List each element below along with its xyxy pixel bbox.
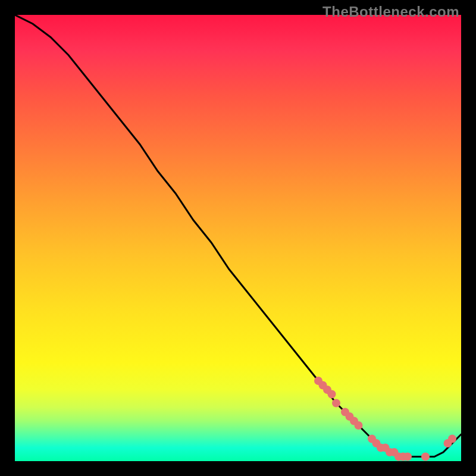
data-point bbox=[332, 399, 340, 408]
scatter-series bbox=[314, 377, 456, 461]
plot-area bbox=[15, 15, 461, 461]
data-point bbox=[377, 444, 385, 452]
data-point bbox=[381, 444, 390, 452]
data-point bbox=[323, 386, 331, 394]
data-point bbox=[314, 377, 322, 385]
data-point bbox=[346, 412, 354, 421]
data-point bbox=[355, 421, 363, 430]
data-point bbox=[386, 448, 394, 456]
data-point bbox=[421, 453, 430, 461]
data-point bbox=[319, 381, 327, 390]
line-series bbox=[15, 15, 461, 457]
data-point bbox=[372, 439, 381, 447]
data-point bbox=[390, 448, 399, 456]
data-point bbox=[328, 390, 336, 399]
data-point bbox=[350, 417, 358, 425]
data-point bbox=[399, 453, 408, 461]
data-point bbox=[448, 435, 456, 443]
chart-svg bbox=[15, 15, 461, 461]
data-point bbox=[394, 453, 403, 461]
data-point bbox=[368, 435, 376, 443]
data-point bbox=[403, 453, 412, 461]
watermark-text: TheBottleneck.com bbox=[322, 4, 459, 20]
data-point bbox=[341, 408, 349, 416]
bottleneck-curve-path bbox=[15, 15, 461, 457]
data-point bbox=[444, 439, 452, 447]
chart-container: TheBottleneck.com bbox=[0, 0, 476, 476]
